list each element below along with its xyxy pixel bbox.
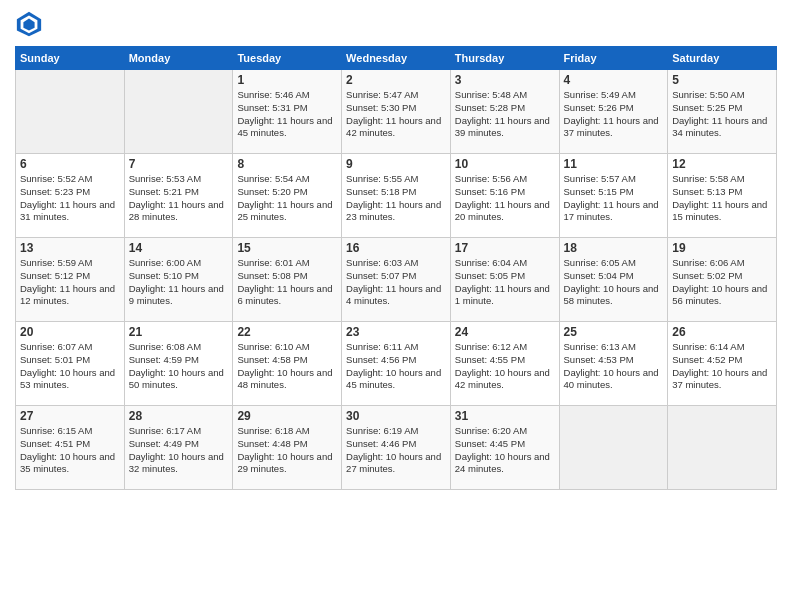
day-info: Sunrise: 5:48 AM Sunset: 5:28 PM Dayligh… [455,89,555,140]
calendar-week-row: 13Sunrise: 5:59 AM Sunset: 5:12 PM Dayli… [16,238,777,322]
day-info: Sunrise: 6:13 AM Sunset: 4:53 PM Dayligh… [564,341,664,392]
calendar-cell: 29Sunrise: 6:18 AM Sunset: 4:48 PM Dayli… [233,406,342,490]
calendar-cell [124,70,233,154]
calendar-cell: 13Sunrise: 5:59 AM Sunset: 5:12 PM Dayli… [16,238,125,322]
day-number: 25 [564,325,664,339]
logo-icon [15,10,43,38]
weekday-header: Monday [124,47,233,70]
day-number: 3 [455,73,555,87]
calendar-week-row: 1Sunrise: 5:46 AM Sunset: 5:31 PM Daylig… [16,70,777,154]
day-info: Sunrise: 6:14 AM Sunset: 4:52 PM Dayligh… [672,341,772,392]
day-info: Sunrise: 5:57 AM Sunset: 5:15 PM Dayligh… [564,173,664,224]
day-info: Sunrise: 6:15 AM Sunset: 4:51 PM Dayligh… [20,425,120,476]
day-info: Sunrise: 6:07 AM Sunset: 5:01 PM Dayligh… [20,341,120,392]
day-info: Sunrise: 6:11 AM Sunset: 4:56 PM Dayligh… [346,341,446,392]
calendar-cell: 31Sunrise: 6:20 AM Sunset: 4:45 PM Dayli… [450,406,559,490]
calendar-cell [559,406,668,490]
day-number: 7 [129,157,229,171]
calendar-cell: 15Sunrise: 6:01 AM Sunset: 5:08 PM Dayli… [233,238,342,322]
calendar-cell: 20Sunrise: 6:07 AM Sunset: 5:01 PM Dayli… [16,322,125,406]
calendar-cell: 2Sunrise: 5:47 AM Sunset: 5:30 PM Daylig… [342,70,451,154]
calendar-cell: 7Sunrise: 5:53 AM Sunset: 5:21 PM Daylig… [124,154,233,238]
day-info: Sunrise: 6:06 AM Sunset: 5:02 PM Dayligh… [672,257,772,308]
calendar-week-row: 6Sunrise: 5:52 AM Sunset: 5:23 PM Daylig… [16,154,777,238]
calendar-cell: 8Sunrise: 5:54 AM Sunset: 5:20 PM Daylig… [233,154,342,238]
day-info: Sunrise: 5:49 AM Sunset: 5:26 PM Dayligh… [564,89,664,140]
day-number: 30 [346,409,446,423]
day-number: 13 [20,241,120,255]
calendar-cell: 3Sunrise: 5:48 AM Sunset: 5:28 PM Daylig… [450,70,559,154]
calendar-cell: 25Sunrise: 6:13 AM Sunset: 4:53 PM Dayli… [559,322,668,406]
day-info: Sunrise: 6:05 AM Sunset: 5:04 PM Dayligh… [564,257,664,308]
day-number: 6 [20,157,120,171]
day-info: Sunrise: 5:52 AM Sunset: 5:23 PM Dayligh… [20,173,120,224]
day-info: Sunrise: 5:46 AM Sunset: 5:31 PM Dayligh… [237,89,337,140]
day-info: Sunrise: 5:56 AM Sunset: 5:16 PM Dayligh… [455,173,555,224]
day-info: Sunrise: 6:19 AM Sunset: 4:46 PM Dayligh… [346,425,446,476]
calendar-cell: 17Sunrise: 6:04 AM Sunset: 5:05 PM Dayli… [450,238,559,322]
logo [15,10,47,38]
day-number: 2 [346,73,446,87]
day-number: 5 [672,73,772,87]
calendar-cell: 16Sunrise: 6:03 AM Sunset: 5:07 PM Dayli… [342,238,451,322]
day-info: Sunrise: 6:20 AM Sunset: 4:45 PM Dayligh… [455,425,555,476]
calendar-cell: 26Sunrise: 6:14 AM Sunset: 4:52 PM Dayli… [668,322,777,406]
calendar-cell: 6Sunrise: 5:52 AM Sunset: 5:23 PM Daylig… [16,154,125,238]
day-info: Sunrise: 6:12 AM Sunset: 4:55 PM Dayligh… [455,341,555,392]
calendar-cell: 23Sunrise: 6:11 AM Sunset: 4:56 PM Dayli… [342,322,451,406]
calendar-cell: 11Sunrise: 5:57 AM Sunset: 5:15 PM Dayli… [559,154,668,238]
day-info: Sunrise: 5:55 AM Sunset: 5:18 PM Dayligh… [346,173,446,224]
day-info: Sunrise: 6:01 AM Sunset: 5:08 PM Dayligh… [237,257,337,308]
calendar-cell [16,70,125,154]
day-number: 19 [672,241,772,255]
day-number: 27 [20,409,120,423]
calendar-cell: 4Sunrise: 5:49 AM Sunset: 5:26 PM Daylig… [559,70,668,154]
weekday-header: Friday [559,47,668,70]
calendar-header-row: SundayMondayTuesdayWednesdayThursdayFrid… [16,47,777,70]
day-info: Sunrise: 6:10 AM Sunset: 4:58 PM Dayligh… [237,341,337,392]
day-info: Sunrise: 6:08 AM Sunset: 4:59 PM Dayligh… [129,341,229,392]
day-number: 17 [455,241,555,255]
calendar-cell: 18Sunrise: 6:05 AM Sunset: 5:04 PM Dayli… [559,238,668,322]
day-info: Sunrise: 6:17 AM Sunset: 4:49 PM Dayligh… [129,425,229,476]
header [15,10,777,38]
day-number: 12 [672,157,772,171]
calendar-week-row: 20Sunrise: 6:07 AM Sunset: 5:01 PM Dayli… [16,322,777,406]
day-number: 23 [346,325,446,339]
day-info: Sunrise: 5:59 AM Sunset: 5:12 PM Dayligh… [20,257,120,308]
day-number: 16 [346,241,446,255]
day-info: Sunrise: 6:18 AM Sunset: 4:48 PM Dayligh… [237,425,337,476]
calendar-cell: 27Sunrise: 6:15 AM Sunset: 4:51 PM Dayli… [16,406,125,490]
day-info: Sunrise: 5:47 AM Sunset: 5:30 PM Dayligh… [346,89,446,140]
day-number: 4 [564,73,664,87]
day-info: Sunrise: 5:54 AM Sunset: 5:20 PM Dayligh… [237,173,337,224]
day-number: 21 [129,325,229,339]
day-info: Sunrise: 6:00 AM Sunset: 5:10 PM Dayligh… [129,257,229,308]
day-number: 18 [564,241,664,255]
calendar-week-row: 27Sunrise: 6:15 AM Sunset: 4:51 PM Dayli… [16,406,777,490]
calendar-cell: 22Sunrise: 6:10 AM Sunset: 4:58 PM Dayli… [233,322,342,406]
calendar-cell: 28Sunrise: 6:17 AM Sunset: 4:49 PM Dayli… [124,406,233,490]
calendar-cell: 21Sunrise: 6:08 AM Sunset: 4:59 PM Dayli… [124,322,233,406]
day-number: 15 [237,241,337,255]
calendar-cell: 10Sunrise: 5:56 AM Sunset: 5:16 PM Dayli… [450,154,559,238]
day-number: 28 [129,409,229,423]
calendar-cell: 24Sunrise: 6:12 AM Sunset: 4:55 PM Dayli… [450,322,559,406]
day-number: 20 [20,325,120,339]
calendar-cell: 12Sunrise: 5:58 AM Sunset: 5:13 PM Dayli… [668,154,777,238]
weekday-header: Saturday [668,47,777,70]
weekday-header: Wednesday [342,47,451,70]
day-number: 9 [346,157,446,171]
day-info: Sunrise: 6:04 AM Sunset: 5:05 PM Dayligh… [455,257,555,308]
day-info: Sunrise: 5:58 AM Sunset: 5:13 PM Dayligh… [672,173,772,224]
calendar-cell: 1Sunrise: 5:46 AM Sunset: 5:31 PM Daylig… [233,70,342,154]
calendar-cell: 5Sunrise: 5:50 AM Sunset: 5:25 PM Daylig… [668,70,777,154]
calendar-cell: 19Sunrise: 6:06 AM Sunset: 5:02 PM Dayli… [668,238,777,322]
calendar-cell: 9Sunrise: 5:55 AM Sunset: 5:18 PM Daylig… [342,154,451,238]
calendar-table: SundayMondayTuesdayWednesdayThursdayFrid… [15,46,777,490]
day-number: 31 [455,409,555,423]
day-number: 26 [672,325,772,339]
calendar-cell [668,406,777,490]
day-number: 1 [237,73,337,87]
day-info: Sunrise: 5:53 AM Sunset: 5:21 PM Dayligh… [129,173,229,224]
